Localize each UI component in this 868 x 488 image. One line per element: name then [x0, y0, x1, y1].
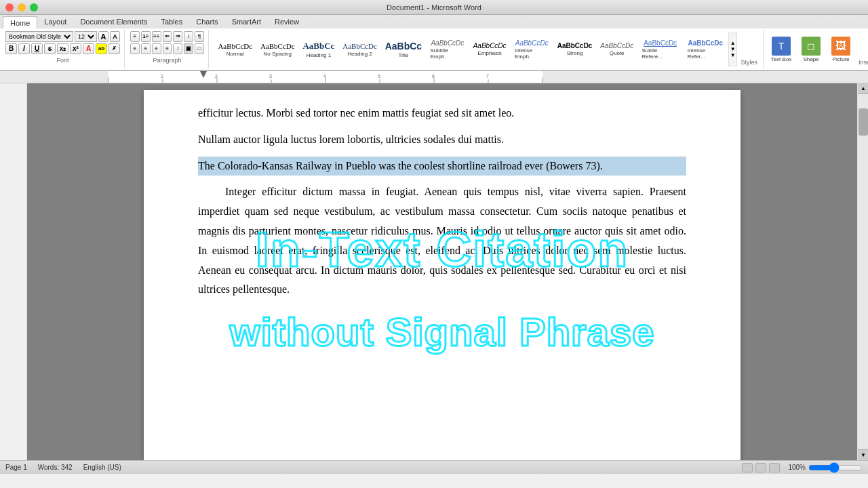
scrollbar-thumb[interactable] [859, 108, 868, 136]
paragraph-2: Nullam auctor ligula luctus lorem lobort… [198, 130, 686, 150]
highlight-btn[interactable]: ab [96, 43, 107, 54]
border-btn[interactable]: □ [195, 43, 204, 54]
paragraph-group-label: Paragraph [130, 57, 204, 64]
font-color-btn[interactable]: A [83, 43, 94, 54]
style-intense-ref[interactable]: AaBbCcDc Intense Refer... [684, 37, 728, 62]
increase-indent-btn[interactable]: ⇒ [173, 31, 182, 42]
maximize-button[interactable] [30, 3, 38, 12]
document-main: efficitur lectus. Morbi sed tortor nec e… [27, 83, 857, 460]
align-center-btn[interactable]: ≡ [141, 43, 151, 54]
tab-tables[interactable]: Tables [154, 15, 189, 28]
zoom-slider[interactable] [808, 464, 863, 472]
page-indicator: Page 1 [5, 464, 27, 471]
decrease-indent-btn[interactable]: ⇐ [163, 31, 172, 42]
picture-btn[interactable]: 🖼 Picture [827, 35, 854, 64]
window-title: Document1 - Microsoft Word [387, 3, 481, 12]
style-title-preview: AaBbCc [385, 41, 422, 52]
style-heading2-label: Heading 2 [347, 51, 372, 57]
svg-text:6: 6 [432, 74, 435, 79]
align-row: ≡ ≡ ≡ ≡ ↕ ▣ □ [130, 43, 204, 54]
style-quote-label: Quote [610, 50, 625, 56]
show-hide-btn[interactable]: ¶ [195, 31, 204, 42]
style-quote-preview: AaBbCcDc [600, 42, 633, 49]
style-intense-ref-preview: AaBbCcDc [688, 39, 723, 47]
tab-charts[interactable]: Charts [189, 15, 224, 28]
window-controls[interactable] [5, 3, 38, 12]
underline-btn[interactable]: U [31, 43, 43, 54]
style-heading1[interactable]: AaBbCc Heading 1 [299, 39, 338, 60]
align-right-btn[interactable]: ≡ [152, 43, 161, 54]
styles-scroll-up[interactable]: ▲▼▼ [728, 33, 738, 66]
style-subtle-ref[interactable]: AaBbCcDc Subtle Refere... [638, 37, 683, 62]
tab-smartart[interactable]: SmartArt [225, 15, 268, 28]
svg-text:4: 4 [323, 74, 326, 79]
decrease-font-btn[interactable]: A [110, 31, 120, 42]
subscript-btn[interactable]: x₂ [57, 43, 68, 54]
svg-text:3: 3 [269, 74, 272, 79]
style-no-spacing[interactable]: AaBbCcDc No Spacing [257, 40, 299, 59]
style-heading2[interactable]: AaBbCcDc Heading 2 [339, 40, 381, 59]
numbered-list-btn[interactable]: 1≡ [141, 31, 151, 42]
paragraph-2-text: Nullam auctor ligula luctus lorem lobort… [198, 134, 504, 145]
svg-text:1: 1 [161, 74, 163, 79]
style-normal[interactable]: AaBbCcDc Normal [214, 40, 256, 59]
ruler-inner: 1 2 3 4 5 6 7 [54, 71, 841, 83]
style-intense-emph[interactable]: AaBbCcDc Intense Emph. [511, 37, 553, 62]
superscript-btn[interactable]: x² [70, 43, 81, 54]
tab-document-elements[interactable]: Document Elements [73, 15, 154, 28]
close-button[interactable] [5, 3, 14, 12]
style-intense-ref-label: Intense Refer... [688, 47, 724, 60]
svg-text:2: 2 [215, 74, 218, 79]
document-container: efficitur lectus. Morbi sed tortor nec e… [0, 83, 868, 460]
increase-font-btn[interactable]: A [98, 31, 108, 42]
style-strong[interactable]: AaBbCcDc Strong [553, 40, 595, 58]
line-spacing-btn[interactable]: ↕ [173, 43, 182, 54]
scroll-up-btn[interactable]: ▲ [858, 83, 868, 94]
ribbon: Home Layout Document Elements Tables Cha… [0, 15, 868, 71]
style-normal-label: Normal [226, 51, 244, 57]
text-box-label: Text Box [771, 56, 792, 62]
format-row: B I U s x₂ x² A ab ✗ [5, 43, 120, 54]
italic-btn[interactable]: I [18, 43, 30, 54]
style-intense-emph-preview: AaBbCcDc [515, 39, 549, 47]
shape-btn[interactable]: ◻ Shape [797, 35, 825, 64]
status-bar: Page 1 Words: 342 English (US) 100% [0, 460, 868, 474]
bullet-list-btn[interactable]: ≡ [130, 31, 140, 42]
clear-format-btn[interactable]: ✗ [108, 43, 120, 54]
style-strong-label: Strong [567, 50, 583, 56]
tab-home[interactable]: Home [3, 16, 37, 28]
style-title[interactable]: AaBbCc Title [381, 39, 425, 60]
font-name-row: Bookman Old Style 12 A A [5, 31, 120, 42]
font-size-select[interactable]: 12 [75, 31, 97, 42]
scroll-down-btn[interactable]: ▼ [858, 449, 868, 460]
tab-layout[interactable]: Layout [37, 15, 73, 28]
style-intense-emph-label: Intense Emph. [515, 47, 549, 60]
view-web-btn[interactable] [755, 463, 766, 472]
style-no-spacing-label: No Spacing [264, 51, 292, 57]
sidebar-right: ▲ ▼ [857, 83, 868, 460]
minimize-button[interactable] [18, 3, 26, 12]
style-quote[interactable]: AaBbCcDc Quote [597, 40, 637, 58]
ruler: 1 2 3 4 5 6 7 [0, 71, 868, 83]
document-page[interactable]: efficitur lectus. Morbi sed tortor nec e… [144, 90, 741, 460]
shading-btn[interactable]: ▣ [184, 43, 193, 54]
sidebar-left [0, 83, 27, 460]
sort-btn[interactable]: ↕ [184, 31, 193, 42]
text-box-btn[interactable]: T Text Box [768, 35, 795, 64]
strikethrough-btn[interactable]: s [44, 43, 56, 54]
style-subtle-emph-label: Subtitle Emph. [430, 47, 465, 60]
style-emphasis-label: Emphasis [478, 50, 502, 56]
view-outline-btn[interactable] [769, 463, 780, 472]
bold-btn[interactable]: B [5, 43, 17, 54]
multilevel-list-btn[interactable]: ≡≡ [152, 31, 161, 42]
style-no-spacing-preview: AaBbCcDc [260, 42, 295, 50]
font-group-label: Font [5, 57, 120, 64]
tab-review[interactable]: Review [268, 15, 306, 28]
style-title-label: Title [398, 52, 408, 58]
view-normal-btn[interactable] [742, 463, 753, 472]
style-emphasis[interactable]: AaBbCcDc Emphasis [469, 40, 510, 58]
justify-btn[interactable]: ≡ [163, 43, 172, 54]
align-left-btn[interactable]: ≡ [130, 43, 140, 54]
style-subtle-emph[interactable]: AaBbCcDc Subtitle Emph. [426, 37, 469, 62]
font-name-select[interactable]: Bookman Old Style [5, 31, 73, 42]
